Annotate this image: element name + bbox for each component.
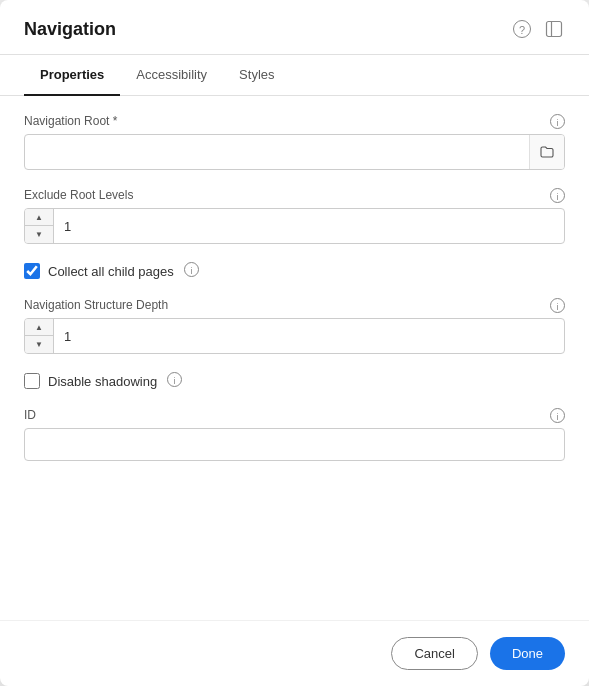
navigation-structure-depth-info-icon[interactable]: i (550, 298, 565, 316)
navigation-root-field: i Navigation Root * (24, 114, 565, 170)
cancel-button[interactable]: Cancel (391, 637, 477, 670)
header-icons: ? (511, 18, 565, 40)
navigation-root-label: Navigation Root * (24, 114, 565, 128)
svg-text:i: i (174, 376, 176, 386)
exclude-root-levels-field: i Exclude Root Levels ▲ ▼ (24, 188, 565, 244)
tab-accessibility[interactable]: Accessibility (120, 55, 223, 96)
disable-shadowing-info-icon[interactable]: i (167, 372, 182, 390)
collect-all-child-pages-label: Collect all child pages (48, 264, 174, 279)
id-info-icon[interactable]: i (550, 408, 565, 426)
help-icon[interactable]: ? (511, 18, 533, 40)
depth-spinner-buttons: ▲ ▼ (25, 319, 54, 353)
spinner-down-btn[interactable]: ▼ (25, 226, 53, 243)
navigation-root-input[interactable] (25, 137, 529, 168)
tabs-bar: Properties Accessibility Styles (0, 55, 589, 96)
exclude-root-levels-spinner: ▲ ▼ (24, 208, 565, 244)
svg-rect-2 (547, 22, 562, 37)
svg-text:i: i (190, 266, 192, 276)
exclude-root-levels-info-icon[interactable]: i (550, 188, 565, 206)
navigation-root-info-icon[interactable]: i (550, 114, 565, 132)
collect-all-child-pages-info-icon[interactable]: i (184, 262, 199, 280)
folder-icon-btn[interactable] (529, 135, 564, 169)
id-input[interactable] (24, 428, 565, 461)
tab-styles[interactable]: Styles (223, 55, 290, 96)
navigation-dialog: Navigation ? Properties Accessibility St… (0, 0, 589, 686)
svg-text:i: i (557, 192, 559, 202)
panel-icon[interactable] (543, 18, 565, 40)
svg-text:?: ? (519, 24, 525, 36)
depth-spinner-down-btn[interactable]: ▼ (25, 336, 53, 353)
navigation-structure-depth-field: i Navigation Structure Depth ▲ ▼ (24, 298, 565, 354)
id-label: ID (24, 408, 565, 422)
svg-text:i: i (557, 302, 559, 312)
dialog-footer: Cancel Done (0, 620, 589, 686)
dialog-header: Navigation ? (0, 0, 589, 55)
svg-text:i: i (557, 412, 559, 422)
svg-text:i: i (557, 118, 559, 128)
disable-shadowing-label: Disable shadowing (48, 374, 157, 389)
collect-all-child-pages-row: Collect all child pages i (24, 262, 565, 280)
navigation-structure-depth-input[interactable] (54, 319, 564, 353)
tab-properties[interactable]: Properties (24, 55, 120, 96)
collect-all-child-pages-checkbox[interactable] (24, 263, 40, 279)
exclude-root-levels-input[interactable] (54, 209, 564, 243)
navigation-structure-depth-spinner: ▲ ▼ (24, 318, 565, 354)
depth-spinner-up-btn[interactable]: ▲ (25, 319, 53, 336)
id-field: i ID (24, 408, 565, 461)
exclude-root-levels-label: Exclude Root Levels (24, 188, 565, 202)
spinner-up-btn[interactable]: ▲ (25, 209, 53, 226)
navigation-structure-depth-label: Navigation Structure Depth (24, 298, 565, 312)
dialog-title: Navigation (24, 19, 116, 40)
done-button[interactable]: Done (490, 637, 565, 670)
tab-content-properties: i Navigation Root * i Exclu (0, 96, 589, 620)
disable-shadowing-row: Disable shadowing i (24, 372, 565, 390)
navigation-root-input-wrapper (24, 134, 565, 170)
spinner-buttons: ▲ ▼ (25, 209, 54, 243)
disable-shadowing-checkbox[interactable] (24, 373, 40, 389)
